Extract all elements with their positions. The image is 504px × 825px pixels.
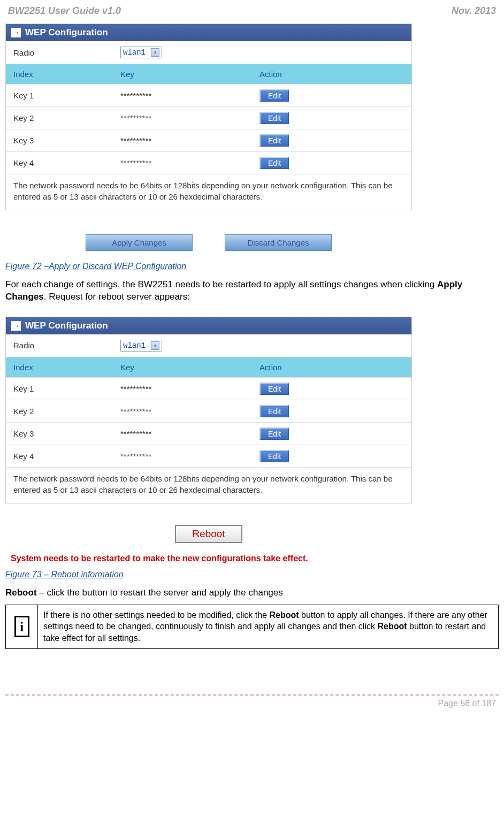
- reboot-container: Reboot: [5, 525, 412, 543]
- cell-key: **********: [113, 378, 252, 400]
- action-buttons: Apply Changes Discard Changes: [5, 234, 412, 251]
- reboot-description: Reboot – click the button to restart the…: [5, 587, 499, 599]
- radio-select[interactable]: wlan1 ▾: [120, 340, 162, 352]
- col-action: Action: [252, 357, 411, 377]
- doc-title: BW2251 User Guide v1.0: [8, 5, 121, 17]
- doc-date: Nov. 2013: [452, 5, 496, 17]
- body-paragraph: For each change of settings, the BW2251 …: [5, 279, 499, 303]
- table-row: Key 4 ********** Edit: [6, 445, 411, 468]
- info-table: i If there is no other settings needed t…: [5, 605, 499, 649]
- table-row: Key 3 ********** Edit: [6, 129, 411, 152]
- radio-value: wlan1: [123, 48, 146, 57]
- radio-row: Radio wlan1 ▾: [6, 41, 411, 64]
- cell-index: Key 3: [6, 129, 113, 151]
- panel-header: → WEP Configuration: [6, 24, 411, 41]
- table-header: Index Key Action: [6, 357, 411, 378]
- figure-72-caption: Figure 72 –Apply or Discard WEP Configur…: [5, 262, 499, 271]
- edit-button[interactable]: Edit: [259, 450, 289, 462]
- arrow-right-icon: →: [11, 28, 21, 37]
- table-row: Key 2 ********** Edit: [6, 400, 411, 423]
- page-footer: Page 56 of 187: [5, 694, 499, 716]
- panel-title: WEP Configuration: [25, 320, 108, 331]
- cell-key: **********: [113, 107, 252, 129]
- info-icon: i: [14, 616, 29, 637]
- cell-index: Key 3: [6, 423, 113, 445]
- cell-index: Key 1: [6, 85, 113, 106]
- wep-config-panel-1: → WEP Configuration Radio wlan1 ▾ Index …: [5, 24, 412, 210]
- page-number: Page 56 of 187: [438, 699, 496, 708]
- cell-index: Key 4: [6, 445, 113, 467]
- edit-button[interactable]: Edit: [259, 405, 289, 417]
- info-icon-cell: i: [6, 605, 38, 648]
- edit-button[interactable]: Edit: [259, 383, 289, 395]
- edit-button[interactable]: Edit: [259, 427, 289, 440]
- discard-changes-button[interactable]: Discard Changes: [225, 234, 332, 251]
- col-key: Key: [113, 357, 252, 377]
- cell-key: **********: [113, 445, 252, 467]
- edit-button[interactable]: Edit: [259, 89, 289, 102]
- cell-key: **********: [113, 129, 252, 151]
- radio-value: wlan1: [123, 341, 146, 350]
- cell-index: Key 2: [6, 107, 113, 129]
- col-index: Index: [6, 357, 113, 377]
- table-row: Key 2 ********** Edit: [6, 107, 411, 129]
- cell-index: Key 1: [6, 378, 113, 400]
- chevron-down-icon: ▾: [151, 341, 159, 350]
- panel-title: WEP Configuration: [25, 27, 108, 38]
- table-row: Key 1 ********** Edit: [6, 378, 411, 400]
- reboot-button[interactable]: Reboot: [175, 525, 242, 543]
- note-text: The network password needs to be 64bits …: [6, 174, 411, 210]
- radio-select[interactable]: wlan1 ▾: [120, 47, 162, 58]
- cell-index: Key 2: [6, 400, 113, 422]
- radio-label: Radio: [13, 341, 120, 350]
- apply-changes-button[interactable]: Apply Changes: [86, 234, 193, 251]
- figure-73-caption: Figure 73 – Reboot information: [5, 570, 499, 579]
- table-row: Key 3 ********** Edit: [6, 423, 411, 445]
- table-row: Key 1 ********** Edit: [6, 85, 411, 107]
- cell-key: **********: [113, 423, 252, 445]
- cell-key: **********: [113, 152, 252, 174]
- cell-index: Key 4: [6, 152, 113, 174]
- wep-config-panel-2: → WEP Configuration Radio wlan1 ▾ Index …: [5, 317, 412, 503]
- col-key: Key: [113, 64, 252, 84]
- edit-button[interactable]: Edit: [259, 134, 289, 147]
- radio-label: Radio: [13, 48, 120, 57]
- col-action: Action: [252, 64, 411, 84]
- cell-key: **********: [113, 85, 252, 106]
- table-row: Key 4 ********** Edit: [6, 152, 411, 174]
- system-alert: System needs to be restarted to make the…: [11, 554, 417, 563]
- chevron-down-icon: ▾: [151, 48, 159, 57]
- page-header: BW2251 User Guide v1.0 Nov. 2013: [5, 0, 499, 21]
- edit-button[interactable]: Edit: [259, 112, 289, 124]
- panel-header: → WEP Configuration: [6, 317, 411, 334]
- col-index: Index: [6, 64, 113, 84]
- edit-button[interactable]: Edit: [259, 157, 289, 169]
- note-text: The network password needs to be 64bits …: [6, 468, 411, 503]
- arrow-right-icon: →: [11, 321, 21, 331]
- table-header: Index Key Action: [6, 64, 411, 85]
- cell-key: **********: [113, 400, 252, 422]
- radio-row: Radio wlan1 ▾: [6, 334, 411, 357]
- info-text: If there is no other settings needed to …: [38, 605, 499, 648]
